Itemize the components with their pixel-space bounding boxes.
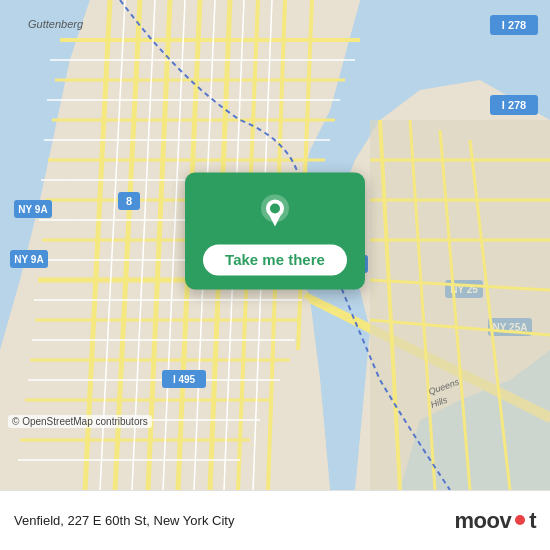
osm-credit: © OpenStreetMap contributors — [8, 415, 152, 428]
moovit-logo: moov t — [454, 508, 536, 534]
take-me-there-button[interactable]: Take me there — [203, 244, 347, 275]
location-pin-icon — [253, 190, 297, 234]
moovit-dot — [515, 515, 525, 525]
svg-point-76 — [270, 203, 280, 213]
location-label: Venfield, 227 E 60th St, New York City — [14, 513, 454, 528]
moovit-text-end: t — [529, 508, 536, 534]
svg-text:NY 9A: NY 9A — [14, 254, 43, 265]
svg-text:I 495: I 495 — [173, 374, 196, 385]
bottom-bar: Venfield, 227 E 60th St, New York City m… — [0, 490, 550, 550]
svg-text:NY 9A: NY 9A — [18, 204, 47, 215]
moovit-text: moov — [454, 508, 511, 534]
svg-text:8: 8 — [126, 195, 132, 207]
svg-text:I 278: I 278 — [502, 19, 526, 31]
location-card: Take me there — [185, 172, 365, 289]
svg-text:Guttenberg: Guttenberg — [28, 18, 84, 30]
svg-text:I 278: I 278 — [502, 99, 526, 111]
map-area: I 278 I 278 NY 9A NY 9A 8 NY 25 NY 25 NY… — [0, 0, 550, 490]
